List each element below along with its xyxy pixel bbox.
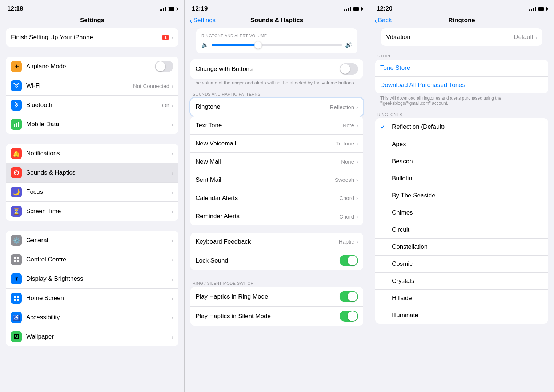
ringtone-scroll: Vibration Default › STORE Tone Store Dow… [369,28,554,392]
ringtone-list-item[interactable]: Cosmic [375,256,548,273]
back-button-2[interactable]: ‹ Settings [190,17,216,24]
status-bar-2: 12:19 [185,0,369,15]
sounds-haptics-scroll: RINGTONE AND ALERT VOLUME 🔈 🔊 Change wit… [185,28,369,392]
screen-time-chevron: › [172,208,173,215]
display-brightness-icon: ☀ [11,273,22,284]
battery-icon [168,7,177,11]
new-voicemail-label: New Voicemail [196,140,336,147]
ringtone-list-item[interactable]: Apex [375,136,548,153]
status-icons-2 [344,7,362,11]
display-brightness-item[interactable]: ☀ Display & Brightness › [6,269,178,289]
general-item[interactable]: ⚙️ General › [6,231,178,250]
vol-low-icon: 🔈 [201,41,209,48]
ringtone-highlighted-card: Ringtone Reflection › [190,98,363,116]
home-screen-item[interactable]: Home Screen › [6,289,178,308]
new-mail-value: None [341,159,354,165]
control-centre-chevron: › [172,257,173,263]
play-haptics-silent-item[interactable]: Play Haptics in Silent Mode [190,307,363,326]
new-mail-item[interactable]: New Mail None › [190,153,363,171]
new-voicemail-chevron: › [356,140,358,147]
mobile-data-item[interactable]: Mobile Data › [6,115,178,134]
accessibility-item[interactable]: ♿ Accessibility › [6,308,178,327]
svg-rect-5 [17,257,19,259]
bluetooth-label: Bluetooth [26,101,162,109]
change-buttons-note: The volume of the ringer and alerts will… [185,79,369,88]
signal-icon-2 [344,7,351,11]
notifications-section: 🔔 Notifications › Sounds & Haptics › [0,144,184,224]
change-buttons-item[interactable]: Change with Buttons [190,59,363,79]
volume-track[interactable] [212,44,342,46]
text-tone-value: Note [342,122,354,128]
vol-high-icon: 🔊 [345,41,352,48]
calendar-alerts-item[interactable]: Calendar Alerts Chord › [190,189,363,207]
signal-icon [160,7,166,11]
display-brightness-label: Display & Brightness [26,275,172,283]
nav-bar-3: ‹ Back Ringtone [369,15,554,28]
change-buttons-card: Change with Buttons [190,59,363,79]
signal-icon-3 [529,7,536,11]
time-1: 12:18 [7,5,23,12]
keyboard-feedback-item[interactable]: Keyboard Feedback Haptic › [190,233,363,251]
download-all-item[interactable]: Download All Purchased Tones [375,77,548,93]
notifications-item[interactable]: 🔔 Notifications › [6,144,178,163]
ringtone-list-item[interactable]: Hillside [375,290,548,307]
vibration-value: Default [514,33,533,41]
general-chevron: › [172,237,173,244]
finish-setup-item[interactable]: Finish Setting Up Your iPhone 1 › [6,28,178,47]
ringtone-list-item[interactable]: Circuit [375,221,548,239]
change-buttons-toggle[interactable] [340,63,358,75]
vibration-card[interactable]: Vibration Default › [381,28,542,46]
screen-time-item[interactable]: ⏳ Screen Time › [6,202,178,221]
text-tone-label: Text Tone [196,122,342,129]
lock-sound-toggle[interactable] [340,255,358,266]
reminder-alerts-item[interactable]: Reminder Alerts Chord › [190,207,363,225]
calendar-alerts-chevron: › [356,195,358,201]
text-tone-item[interactable]: Text Tone Note › [190,116,363,135]
wifi-item[interactable]: Wi-Fi Not Connected › [6,76,178,96]
lock-sound-item[interactable]: Lock Sound [190,251,363,270]
wallpaper-item[interactable]: 🖼 Wallpaper › [6,327,178,346]
display-brightness-chevron: › [172,276,173,282]
home-screen-icon [11,293,22,304]
play-haptics-ring-toggle[interactable] [340,291,358,302]
sent-mail-value: Swoosh [335,177,354,183]
keyboard-feedback-value: Haptic [338,239,354,245]
control-centre-item[interactable]: Control Centre › [6,250,178,269]
back-label-3: Back [378,17,392,24]
new-voicemail-item[interactable]: New Voicemail Tri-tone › [190,135,363,153]
tone-store-item[interactable]: Tone Store [375,60,548,77]
focus-item[interactable]: 🌙 Focus › [6,183,178,202]
airplane-mode-item[interactable]: ✈ Airplane Mode [6,57,178,76]
ringtone-list-item[interactable]: Illuminate [375,307,548,324]
ringtone-item-2[interactable]: Ringtone Reflection › [190,98,363,116]
accessibility-label: Accessibility [26,314,172,321]
sent-mail-item[interactable]: Sent Mail Swoosh › [190,171,363,189]
ringtone-list-item[interactable]: ✓Reflection (Default) [375,118,548,136]
ringtone-name: Cosmic [392,260,543,268]
time-2: 12:19 [192,5,208,12]
volume-section: RINGTONE AND ALERT VOLUME 🔈 🔊 [196,28,357,53]
ringtone-list-item[interactable]: Chimes [375,204,548,221]
ringtone-list-item[interactable]: Bulletin [375,170,548,187]
back-button-3[interactable]: ‹ Back [374,17,392,24]
svg-rect-2 [18,122,19,127]
calendar-alerts-label: Calendar Alerts [196,195,339,202]
mobile-data-chevron: › [172,121,173,128]
bluetooth-item[interactable]: Bluetooth On › [6,96,178,115]
reminder-alerts-value: Chord [339,213,354,220]
ringtone-list-item[interactable]: By The Seaside [375,187,548,204]
play-haptics-ring-item[interactable]: Play Haptics in Ring Mode [190,287,363,307]
ringtone-list-item[interactable]: Beacon [375,153,548,170]
sounds-haptics-item[interactable]: Sounds & Haptics › [6,163,178,183]
ringtone-list-item[interactable]: Crystals [375,273,548,290]
finish-setup-badge: 1 [162,35,169,40]
airplane-toggle[interactable] [155,61,173,72]
finish-setup-card: Finish Setting Up Your iPhone 1 › [6,28,178,47]
store-section-label: STORE [375,53,548,60]
sent-mail-chevron: › [356,177,358,183]
back-arrow-icon-3: ‹ [374,17,377,24]
play-haptics-silent-toggle[interactable] [340,311,358,322]
focus-icon: 🌙 [11,187,22,197]
ringtone-list-item[interactable]: Constellation [375,239,548,256]
airplane-label: Airplane Mode [26,63,155,70]
